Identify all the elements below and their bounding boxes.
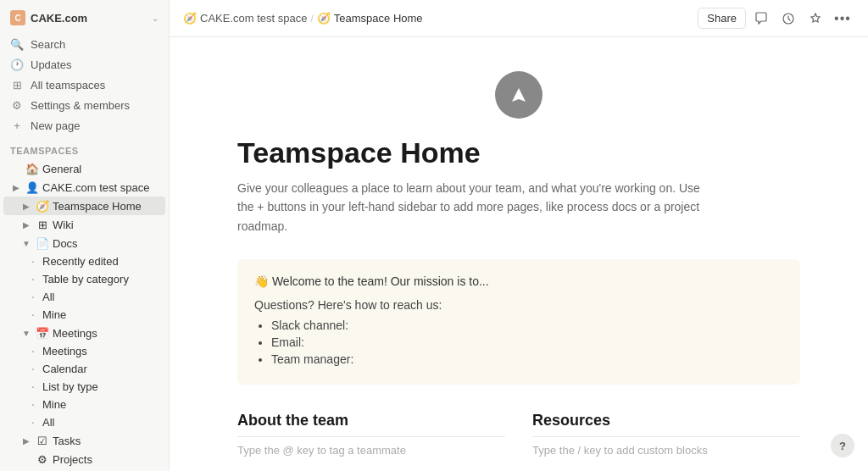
sidebar-top: C CAKE.com ⌄ [0,0,169,32]
workspace-logo: C [10,10,25,25]
sidebar-item-wiki[interactable]: ▶ ⊞ Wiki [3,215,165,234]
callout-emoji: 👋 [254,274,272,288]
sidebar-item-all-teamspaces[interactable]: ⊞ All teamspaces [3,75,165,95]
wiki-icon: ⊞ [36,218,49,231]
about-placeholder[interactable]: Type the @ key to tag a teammate [237,444,505,457]
topbar-actions: Share ••• [698,7,854,30]
search-label: Search [31,38,65,51]
breadcrumb-space-icon: 🧭 [183,12,197,25]
callout-title-text: Welcome to the team! Our mission is to..… [272,274,489,288]
updates-label: Updates [31,58,71,71]
sidebar-item-meetings[interactable]: ▼ 📅 Meetings [3,324,165,342]
sidebar-item-calendar[interactable]: · Calendar [3,360,165,378]
docs-caret: ▼ [20,237,32,249]
cake-test-icon: 👤 [25,180,39,194]
history-button[interactable] [776,7,800,30]
sidebar-item-docs-mine[interactable]: · Mine [3,306,165,324]
sidebar-nav: 🔍 Search 🕐 Updates ⊞ All teamspaces ⚙ Se… [0,32,169,137]
page-title: Teamspace Home [237,136,800,170]
about-section: About the team Type the @ key to tag a t… [237,412,505,457]
sidebar-item-general[interactable]: 🏠 General [3,159,165,178]
docs-all-label: All [42,291,54,303]
sidebar-item-search[interactable]: 🔍 Search [3,34,165,54]
sidebar-item-teamspace-home[interactable]: ▶ 🧭 Teamspace Home [3,197,165,215]
general-icon: 🏠 [25,162,39,175]
teamspace-home-label: Teamspace Home [53,200,142,213]
more-icon: ••• [834,11,851,26]
breadcrumb-page-label: Teamspace Home [334,12,423,25]
sidebar-item-docs[interactable]: ▼ 📄 Docs [3,234,165,252]
meetings-caret: ▼ [20,327,32,339]
sidebar-item-list-by-type[interactable]: · List by type [3,378,165,396]
favorite-button[interactable] [804,7,827,30]
page-icon-wrap [237,71,800,119]
sidebar-tree: 🏠 General ▶ 👤 CAKE.com test space ▶ 🧭 Te… [0,158,169,470]
callout-list: Slack channel: Email: Team manager: [254,319,783,366]
sidebar-item-new-page[interactable]: + New page [3,115,165,136]
recently-edited-label: Recently edited [42,255,119,268]
projects-label: Projects [53,453,92,466]
comment-button[interactable] [749,7,773,30]
teamspace-home-caret: ▶ [20,200,32,212]
workspace-row[interactable]: C CAKE.com ⌄ [3,7,165,29]
recently-edited-dot: · [27,256,39,268]
general-caret [10,163,22,175]
table-by-cat-label: Table by category [42,273,129,285]
list-by-type-dot: · [27,381,39,393]
callout-title: 👋 Welcome to the team! Our mission is to… [254,274,783,288]
meetings-sub-label: Meetings [42,345,87,357]
resources-placeholder[interactable]: Type the / key to add custom blocks [532,444,800,457]
sidebar-item-projects[interactable]: ⚙ Projects [3,450,165,468]
docs-all-dot: · [27,291,39,303]
more-options-button[interactable]: ••• [831,7,854,30]
sidebar-item-meetings-sub[interactable]: · Meetings [3,342,165,360]
sidebar-item-table-by-category[interactable]: · Table by category [3,270,165,288]
sidebar-item-updates[interactable]: 🕐 Updates [3,54,165,75]
two-column-section: About the team Type the @ key to tag a t… [237,412,800,457]
docs-mine-label: Mine [42,308,66,321]
page-description: Give your colleagues a place to learn ab… [237,179,712,236]
sidebar-item-tasks[interactable]: ▶ ☑ Tasks [3,431,165,450]
sidebar-item-meetings-all[interactable]: · All [3,413,165,431]
sidebar-item-cake-test-space[interactable]: ▶ 👤 CAKE.com test space [3,178,165,197]
cake-test-label: CAKE.com test space [42,181,149,194]
breadcrumb-page[interactable]: 🧭 Teamspace Home [317,12,423,25]
page-content: Teamspace Home Give your colleagues a pl… [170,37,868,471]
page-icon [495,71,542,119]
workspace-caret-icon: ⌄ [152,14,159,23]
wiki-caret: ▶ [20,219,32,230]
docs-mine-dot: · [27,309,39,321]
tasks-icon: ☑ [36,434,49,447]
sidebar-item-docs-all[interactable]: · All [3,288,165,306]
sidebar-item-recently-edited[interactable]: · Recently edited [3,252,165,270]
teamspaces-section-label: Teamspaces [0,137,169,158]
share-button[interactable]: Share [698,8,746,29]
resources-section: Resources Type the / key to add custom b… [532,412,800,457]
about-heading: About the team [237,412,505,437]
sidebar-item-settings[interactable]: ⚙ Settings & members [3,95,165,115]
list-item: Email: [271,335,783,349]
breadcrumb-space[interactable]: 🧭 CAKE.com test space [183,12,307,25]
docs-label: Docs [53,237,78,250]
docs-icon: 📄 [36,236,49,250]
list-item: Team manager: [271,352,783,366]
resources-heading: Resources [532,412,800,437]
wiki-label: Wiki [53,219,74,231]
main-area: 🧭 CAKE.com test space / 🧭 Teamspace Home… [170,0,868,471]
sidebar-item-meetings-mine[interactable]: · Mine [3,396,165,413]
projects-icon: ⚙ [36,452,49,466]
tasks-label: Tasks [53,435,81,447]
callout-box: 👋 Welcome to the team! Our mission is to… [237,259,800,385]
meetings-label: Meetings [53,327,97,340]
table-by-cat-dot: · [27,274,39,285]
meetings-mine-dot: · [27,399,39,411]
meetings-all-dot: · [27,417,39,429]
teamspace-home-icon: 🧭 [36,199,49,213]
sidebar: C CAKE.com ⌄ 🔍 Search 🕐 Updates ⊞ All te… [0,0,170,471]
updates-icon: 🕐 [10,58,24,71]
breadcrumb-page-icon: 🧭 [317,12,331,25]
calendar-label: Calendar [42,363,87,375]
breadcrumb-separator: / [310,13,313,25]
help-button[interactable]: ? [831,434,854,457]
tasks-caret: ▶ [20,435,32,446]
